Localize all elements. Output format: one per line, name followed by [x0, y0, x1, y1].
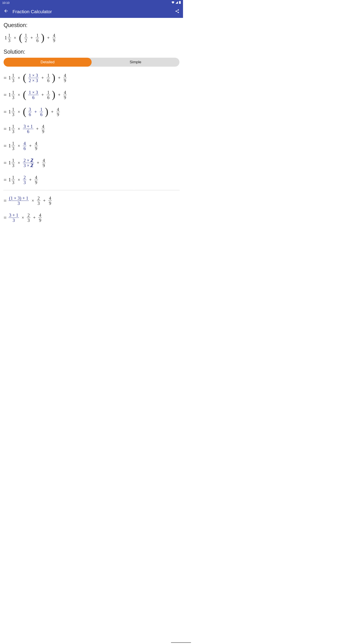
- solution-step: =113×(1 × 36+16)+49: [3, 88, 179, 102]
- signal-icon: [175, 1, 178, 4]
- view-toggle: Detailed Simple: [3, 58, 179, 67]
- svg-rect-0: [179, 1, 181, 4]
- steps-list: =113×(1 × 32 × 3+16)+49=113×(1 × 36+16)+…: [3, 71, 179, 186]
- tab-detailed[interactable]: Detailed: [3, 58, 92, 67]
- battery-icon: [179, 1, 181, 4]
- status-bar: 10:10: [0, 0, 183, 5]
- solution-step: =113×23+49: [3, 173, 179, 186]
- solution-label: Solution:: [3, 48, 179, 55]
- solution-step: =113×(36+16)+49: [3, 105, 179, 118]
- paren-open-icon: (: [19, 33, 22, 42]
- content-area: Question: 1 13 × ( 12 + 16 ) + 49 Soluti…: [0, 18, 183, 230]
- steps-list-2: =(1 × 3) + 13×23+49=3 + 13×23+49: [3, 194, 179, 224]
- tab-simple[interactable]: Simple: [92, 58, 180, 67]
- solution-step: =113×46+49: [3, 139, 179, 152]
- solution-step: =113×3 + 16+49: [3, 122, 179, 136]
- back-button[interactable]: [3, 8, 8, 15]
- solution-step: =3 + 13×23+49: [3, 211, 179, 224]
- solution-step: =113×(1 × 32 × 3+16)+49: [3, 71, 179, 84]
- share-button[interactable]: [175, 9, 179, 14]
- paren-close-icon: ): [41, 33, 44, 42]
- status-time: 10:10: [2, 1, 9, 4]
- solution-step: =(1 × 3) + 13×23+49: [3, 194, 179, 207]
- wifi-icon: [171, 1, 175, 4]
- question-expression: 1 13 × ( 12 + 16 ) + 49: [4, 31, 179, 44]
- app-title: Fraction Calculator: [12, 9, 175, 14]
- section-divider: [3, 190, 179, 190]
- mixed-number: 1 13: [4, 33, 11, 43]
- solution-step: =113×2 × 2̸3 × 2̸+49: [3, 156, 179, 170]
- app-bar: Fraction Calculator: [0, 5, 183, 18]
- status-icons: [171, 1, 181, 4]
- question-label: Question:: [3, 22, 179, 28]
